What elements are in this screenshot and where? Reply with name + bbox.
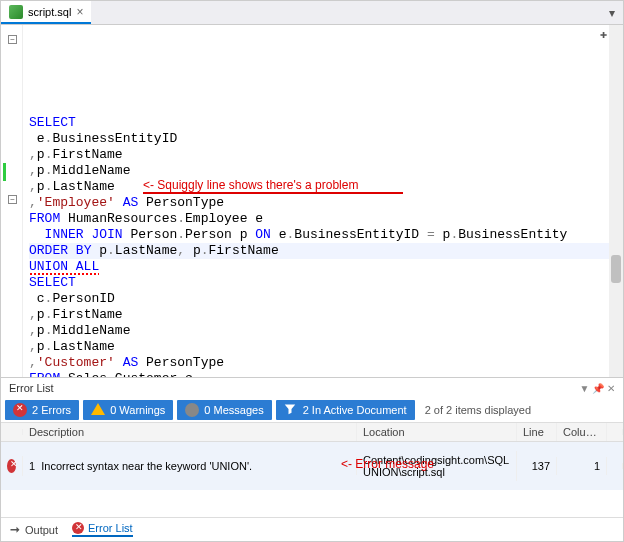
col-location[interactable]: Location bbox=[357, 423, 517, 441]
warnings-filter[interactable]: 0 Warnings bbox=[83, 400, 173, 420]
error-list-panel: Error List ▼ 📌 ✕ 2 Errors 0 Warnings 0 M… bbox=[1, 377, 623, 541]
output-icon bbox=[9, 523, 21, 537]
errors-filter[interactable]: 2 Errors bbox=[5, 400, 79, 420]
file-tab[interactable]: script.sql × bbox=[1, 1, 91, 24]
tab-overflow-dropdown[interactable]: ▾ bbox=[601, 1, 623, 24]
row-line: 137 bbox=[517, 457, 557, 475]
sql-file-icon bbox=[9, 5, 23, 19]
info-icon bbox=[185, 403, 199, 417]
code-editor[interactable]: − − ✚ <- Squiggly line shows there's a p… bbox=[1, 25, 623, 377]
col-line[interactable]: Line bbox=[517, 423, 557, 441]
grid-header: Description Location Line Column bbox=[1, 423, 623, 442]
row-column: 1 bbox=[557, 457, 607, 475]
gutter: − − bbox=[1, 25, 23, 377]
col-column[interactable]: Column bbox=[557, 423, 607, 441]
annotation-text: <- Error message bbox=[341, 457, 434, 471]
output-tab[interactable]: Output bbox=[9, 523, 58, 537]
pin-icon[interactable]: ▼ 📌 ✕ bbox=[580, 383, 615, 394]
file-tab-label: script.sql bbox=[28, 6, 71, 18]
col-description[interactable]: Description bbox=[23, 423, 357, 441]
panel-controls: ▼ 📌 ✕ bbox=[580, 382, 615, 394]
change-marker bbox=[3, 163, 6, 181]
error-grid: Description Location Line Column 1 Incor… bbox=[1, 423, 623, 517]
row-index: 1 bbox=[29, 460, 35, 472]
warning-icon bbox=[91, 403, 105, 417]
error-list-tab-label: Error List bbox=[88, 522, 133, 534]
error-list-tab[interactable]: Error List bbox=[72, 522, 133, 537]
errors-filter-label: 2 Errors bbox=[32, 404, 71, 416]
split-icon[interactable]: ✚ bbox=[600, 27, 607, 43]
error-icon bbox=[13, 403, 27, 417]
tab-bar: script.sql × ▾ bbox=[1, 1, 623, 25]
annotation-text: <- Squiggly line shows there's a problem bbox=[143, 177, 358, 193]
error-icon bbox=[7, 459, 16, 473]
messages-filter-label: 0 Messages bbox=[204, 404, 263, 416]
error-row[interactable]: 1 Incorrect syntax near the keyword 'UNI… bbox=[1, 442, 623, 490]
filter-toolbar: 2 Errors 0 Warnings 0 Messages 2 In Acti… bbox=[1, 398, 623, 423]
filter-icon bbox=[284, 403, 298, 417]
row-description: Incorrect syntax near the keyword 'UNION… bbox=[41, 460, 252, 472]
fold-icon[interactable]: − bbox=[8, 35, 17, 44]
code-area[interactable]: ✚ <- Squiggly line shows there's a probl… bbox=[23, 25, 623, 377]
scope-filter[interactable]: 2 In Active Document bbox=[276, 400, 415, 420]
error-icon bbox=[72, 522, 84, 534]
close-icon[interactable]: × bbox=[76, 5, 83, 19]
vertical-scrollbar[interactable] bbox=[609, 25, 623, 377]
warnings-filter-label: 0 Warnings bbox=[110, 404, 165, 416]
panel-title-bar: Error List ▼ 📌 ✕ bbox=[1, 378, 623, 398]
items-count: 2 of 2 items displayed bbox=[419, 404, 531, 416]
panel-title: Error List bbox=[9, 382, 54, 394]
scope-filter-label: 2 In Active Document bbox=[303, 404, 407, 416]
messages-filter[interactable]: 0 Messages bbox=[177, 400, 271, 420]
output-tab-label: Output bbox=[25, 524, 58, 536]
bottom-tab-bar: Output Error List bbox=[1, 517, 623, 541]
fold-icon[interactable]: − bbox=[8, 195, 17, 204]
